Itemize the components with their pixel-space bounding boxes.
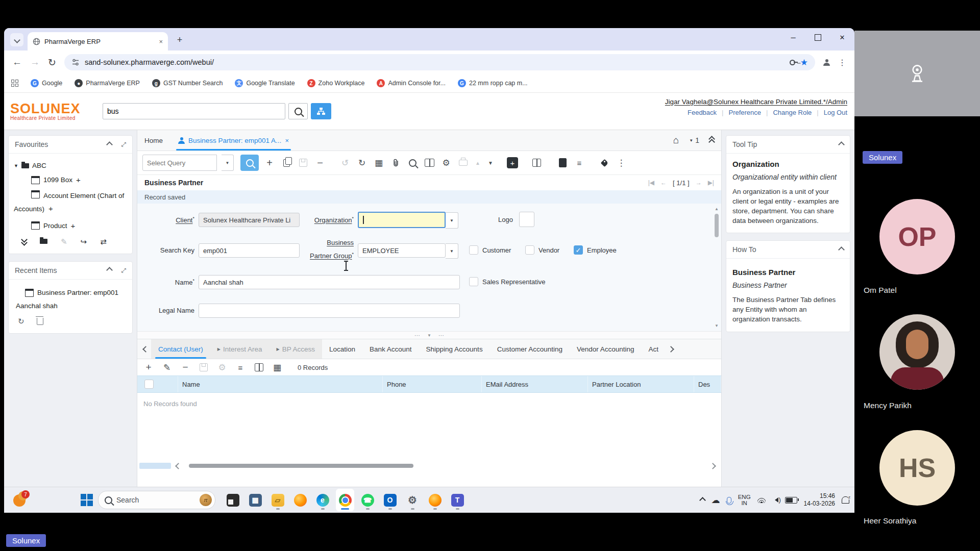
new-record-icon[interactable]: + <box>263 156 276 169</box>
tab-search-button[interactable] <box>10 33 23 46</box>
detail-new-icon[interactable]: + <box>142 361 155 374</box>
column-partner-location[interactable]: Partner Location <box>588 376 694 392</box>
logo-image-field[interactable] <box>519 212 534 227</box>
organization-label[interactable]: Organization* <box>300 216 354 224</box>
hscroll-thumb[interactable] <box>189 464 413 468</box>
scroll-right-icon[interactable] <box>709 463 716 469</box>
organization-input[interactable] <box>358 212 446 228</box>
start-button[interactable] <box>81 494 93 506</box>
taskbar-search[interactable]: Search π <box>98 491 215 509</box>
recent-item-business-partner[interactable]: Business Partner: emp001 <box>15 286 126 300</box>
select-all-cell[interactable] <box>137 376 178 392</box>
profile-avatar-icon[interactable] <box>823 59 830 66</box>
bookmark-zoho[interactable]: ZZoho Workplace <box>307 79 365 87</box>
employee-checkbox[interactable]: ✓ <box>574 245 583 255</box>
detail-edit-icon[interactable]: ✎ <box>161 361 173 374</box>
bp-group-select[interactable]: EMPLOYEE <box>358 243 446 258</box>
vendor-checkbox[interactable] <box>525 245 534 255</box>
taskbar-app-chrome[interactable] <box>336 489 354 511</box>
delete-record-icon[interactable]: − <box>314 156 326 169</box>
new-tab-button[interactable]: + <box>173 33 186 46</box>
language-indicator[interactable]: ENGIN <box>738 494 751 506</box>
toggle-detail-pane-icon[interactable] <box>530 156 543 169</box>
detail-tab-bp-access[interactable]: ▶BP Access <box>269 339 322 359</box>
address-bar[interactable]: sand-solunex.pharmaverge.com/webui/ ★ <box>64 54 815 70</box>
taskbar-app-calculator[interactable]: ▦ <box>246 489 264 511</box>
favourite-item-product[interactable]: Product + <box>14 218 127 233</box>
requery-icon[interactable]: ↻ <box>356 156 368 169</box>
reload-icon[interactable]: ↻ <box>48 57 56 68</box>
detail-process-icon[interactable]: ⚙ <box>216 361 228 374</box>
browser-tab[interactable]: PharmaVerge ERP × <box>28 32 168 51</box>
taskbar-app-notepad[interactable] <box>224 489 242 511</box>
select-query-combobox[interactable] <box>142 155 217 171</box>
feedback-link[interactable]: Feedback <box>688 109 717 116</box>
form-scrollbar[interactable]: ▲ ▼ <box>714 207 720 328</box>
employee-checkbox-row[interactable]: ✓Employee <box>574 245 617 255</box>
participant-avatar-om-patel[interactable]: OP <box>879 199 955 274</box>
label-tag-icon[interactable] <box>598 156 610 169</box>
tab-home[interactable]: Home <box>144 137 163 144</box>
scroll-left-icon[interactable] <box>175 463 182 469</box>
bp-group-dropdown-button[interactable]: ▼ <box>446 243 458 259</box>
detail-tab-vendor-accounting[interactable]: Vendor Accounting <box>570 339 642 359</box>
search-key-input[interactable]: emp001 <box>199 243 300 258</box>
tab-business-partner[interactable]: Business Partner: emp001 A... × <box>176 130 291 151</box>
global-search-button[interactable] <box>288 103 308 119</box>
battery-icon[interactable] <box>785 497 797 504</box>
bookmark-gst[interactable]: gGST Number Search <box>152 79 223 87</box>
logout-link[interactable]: Log Out <box>824 109 847 116</box>
sales-rep-checkbox-row[interactable]: Sales Representative <box>469 277 546 286</box>
global-search-input[interactable] <box>103 103 285 119</box>
bookmark-pharmaverge[interactable]: ●PharmaVerge ERP <box>75 79 140 87</box>
change-role-link[interactable]: Change Role <box>773 109 812 116</box>
detail-records-icon[interactable]: ≡ <box>573 156 585 169</box>
tray-expand-icon[interactable] <box>699 497 706 504</box>
tabs-scroll-left-icon[interactable] <box>142 346 149 353</box>
browser-menu-icon[interactable]: ⋮ <box>838 58 846 67</box>
add-icon[interactable]: + <box>48 204 53 213</box>
collapse-icon[interactable] <box>838 246 845 253</box>
collapse-icon[interactable] <box>107 267 113 274</box>
scrollbar-thumb[interactable] <box>715 214 719 237</box>
add-icon[interactable]: + <box>71 221 76 230</box>
meeting-app-tray-icon[interactable]: 7 <box>12 491 30 509</box>
quick-form-icon[interactable]: + <box>506 156 519 169</box>
archive-up-icon[interactable]: ▲ <box>474 156 482 169</box>
organization-dropdown-button[interactable]: ▼ <box>446 212 458 229</box>
notification-bell-icon[interactable] <box>842 496 849 504</box>
detail-tab-interest-area[interactable]: ▶Interest Area <box>210 339 270 359</box>
bookmark-ropp-cap[interactable]: G22 mm ropp cap m... <box>458 79 528 87</box>
open-in-new-icon[interactable]: ↪ <box>81 237 87 246</box>
print-icon[interactable] <box>457 156 469 169</box>
more-options-icon[interactable]: ⋮ <box>615 156 627 169</box>
microphone-icon[interactable] <box>727 497 731 504</box>
record-info-icon[interactable] <box>406 156 419 169</box>
taskbar-app-teams[interactable]: T <box>448 489 467 511</box>
undo-icon[interactable]: ↺ <box>339 156 351 169</box>
edit-note-icon[interactable]: ✎ <box>61 237 67 246</box>
window-close-button[interactable]: ✕ <box>830 28 854 46</box>
tabs-scroll-right-icon[interactable] <box>668 346 674 353</box>
bp-group-label[interactable]: BusinessPartner Group* <box>300 237 354 262</box>
trash-icon[interactable] <box>37 318 43 325</box>
detail-rows-icon[interactable]: ≡ <box>234 361 247 374</box>
select-all-checkbox[interactable] <box>144 380 154 389</box>
find-record-button[interactable] <box>240 155 259 171</box>
column-name[interactable]: Name <box>178 376 383 392</box>
customer-checkbox[interactable] <box>469 245 478 255</box>
detail-tab-location[interactable]: Location <box>322 339 362 359</box>
last-record-icon[interactable]: ▶| <box>708 179 714 186</box>
name-input[interactable]: Aanchal shah <box>199 275 460 289</box>
preference-link[interactable]: Preference <box>728 109 761 116</box>
presenter-camera-tile[interactable] <box>854 31 980 116</box>
first-record-icon[interactable]: |◀ <box>648 179 654 186</box>
scroll-up-icon[interactable]: ▲ <box>715 207 719 211</box>
recent-item-line2[interactable]: Aanchal shah <box>15 300 126 314</box>
favourite-item-account-element[interactable]: Account Element (Chart of Accounts)+ <box>14 187 127 218</box>
detail-delete-icon[interactable]: − <box>179 361 191 374</box>
desktop-count-dropdown[interactable]: ▼1 <box>689 136 699 144</box>
back-icon[interactable]: ← <box>12 57 22 68</box>
participant-avatar-mency-parikh[interactable] <box>879 314 955 390</box>
taskbar-app-settings[interactable]: ⚙ <box>403 489 422 511</box>
